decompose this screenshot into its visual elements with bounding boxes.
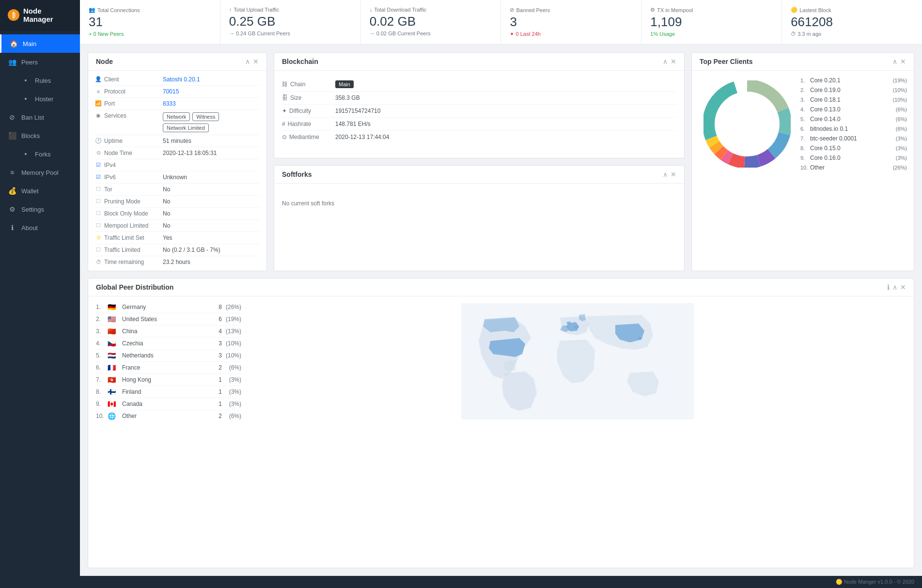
geo-item: 3. 🇨🇳 China 4 (13%) [96, 325, 241, 338]
tor-icon: ☐ [95, 186, 102, 193]
stat-sub: + 0 New Peers [89, 31, 211, 37]
geo-flag: 🇫🇷 [108, 364, 118, 371]
peers-content: 1. Core 0.20.1 (19%) 2. Core 0.19.0 (10%… [692, 71, 914, 177]
geo-item: 10. 🌐 Other 2 (6%) [96, 410, 241, 422]
close-icon[interactable]: ✕ [900, 58, 906, 65]
peer-num: 3. [800, 97, 810, 103]
blockchain-panel-header: Blockchain ∧ ✕ [274, 53, 684, 71]
stat-label: 🟡 Lastest Block [791, 7, 913, 13]
forks-icon: • [21, 150, 30, 158]
sidebar-item-label: Rules [35, 77, 51, 84]
client-icon: 👤 [95, 76, 102, 83]
bc-val-chain: Main [335, 80, 354, 88]
top-peers-panel: Top Peer Clients ∧ ✕ [691, 52, 914, 271]
sidebar-item-wallet[interactable]: 💰 Wallet [0, 182, 80, 200]
stat-banned-peers: ⊘ Banned Peers 3 ✦ 0 Last 24h [501, 0, 641, 44]
peer-pct: (3%) [896, 155, 907, 161]
sidebar-item-about[interactable]: ℹ About [0, 218, 80, 237]
mediantime-icon: ⊙ [282, 134, 287, 140]
geo-name: Other [122, 413, 207, 419]
geo-name: Germany [122, 304, 207, 310]
blocks-icon: ⬛ [8, 131, 16, 140]
hoster-icon: • [21, 94, 30, 103]
chain-icon: ⛓ [282, 81, 288, 88]
peer-name: bitnodes.io 0.1 [810, 125, 896, 132]
geo-flag: 🇨🇿 [108, 340, 118, 347]
geo-flag: 🇫🇮 [108, 388, 118, 396]
geo-item: 2. 🇺🇸 United States 6 (19%) [96, 313, 241, 325]
geo-content: 1. 🇩🇪 Germany 8 (26%) 2. 🇺🇸 United State… [88, 296, 914, 427]
peer-item: 5. Core 0.14.0 (6%) [800, 114, 907, 124]
node-row-tor: ☐ Tor No [95, 184, 260, 196]
softforks-panel-header: Softforks ∧ ✕ [274, 166, 684, 184]
nodetime-icon: ⊙ [95, 150, 102, 156]
protocol-icon: ≡ [95, 88, 102, 95]
node-row-traffic-limit-set: ⊙ Traffic Limit Set Yes [95, 232, 260, 244]
peer-pct: (6%) [896, 116, 907, 122]
blockchain-panel-body: ⛓ Chain Main 🗄 Size [274, 71, 684, 150]
close-icon[interactable]: ✕ [900, 283, 906, 291]
geo-item: 4. 🇨🇿 Czechia 3 (10%) [96, 338, 241, 350]
ban-icon: ⊘ [510, 7, 514, 13]
sidebar-item-hoster[interactable]: • Hoster [0, 90, 80, 108]
peer-name: Core 0.14.0 [810, 116, 896, 123]
collapse-icon[interactable]: ∧ [892, 283, 897, 291]
stat-total-download: ↓ Total Download Traffic 0.02 GB → 0.02 … [361, 0, 501, 44]
pruning-icon: ☐ [95, 198, 102, 205]
ban-icon: ⊘ [8, 113, 16, 122]
app-logo: ₿ Node Manager [0, 0, 80, 31]
geo-name: China [122, 328, 207, 335]
node-val-block-only: No [163, 210, 260, 217]
geo-num: 8. [96, 388, 108, 395]
collapse-icon[interactable]: ∧ [663, 170, 668, 178]
peer-name: Other [810, 164, 893, 171]
blockchain-panel-title: Blockchain [282, 58, 318, 65]
collapse-icon[interactable]: ∧ [892, 58, 897, 65]
donut-chart [699, 76, 796, 172]
world-map [249, 301, 906, 422]
ipv6-icon: ☑ [95, 174, 102, 181]
close-icon[interactable]: ✕ [671, 170, 676, 178]
info-icon[interactable]: ℹ [887, 283, 890, 291]
geo-name: United States [122, 316, 207, 323]
sidebar-item-label: Blocks [21, 132, 40, 139]
sidebar-item-peers[interactable]: 👥 Peers [0, 53, 80, 71]
sidebar-item-forks[interactable]: • Forks [0, 145, 80, 163]
conn-icon: 👥 [89, 7, 95, 13]
mempool-icon: ⚙ [650, 7, 655, 13]
collapse-icon[interactable]: ∧ [663, 58, 668, 65]
geo-pct: (3%) [222, 401, 241, 407]
peer-pct: (10%) [893, 97, 907, 103]
collapse-icon[interactable]: ∧ [245, 58, 250, 65]
geo-count: 2 [207, 364, 222, 371]
close-icon[interactable]: ✕ [671, 58, 676, 65]
top-peers-title: Top Peer Clients [700, 58, 752, 65]
peer-item: 6. bitnodes.io 0.1 (6%) [800, 124, 907, 134]
sidebar-item-settings[interactable]: ⚙ Settings [0, 200, 80, 218]
sidebar-item-main[interactable]: 🏠 Main [0, 34, 80, 53]
geo-pct: (6%) [222, 364, 241, 371]
geo-count: 6 [207, 316, 222, 323]
port-icon: 📶 [95, 100, 102, 107]
geo-name: Canada [122, 401, 207, 407]
stat-tx-mempool: ⚙ TX in Mempool 1,109 1% Usage [641, 0, 782, 44]
sidebar-item-rules[interactable]: • Rules [0, 71, 80, 90]
stat-value: 3 [510, 15, 632, 29]
sidebar-item-ban-list[interactable]: ⊘ Ban List [0, 108, 80, 126]
bc-val-size: 358.3 GB [335, 94, 360, 101]
peer-name: Core 0.15.0 [810, 145, 896, 152]
stat-sub: → 0.24 GB Current Peers [229, 31, 352, 36]
chain-badge: Main [335, 80, 354, 88]
node-panel-header: Node ∧ ✕ [88, 53, 266, 71]
sidebar-item-label: Peers [21, 59, 38, 66]
sidebar-item-label: Ban List [21, 114, 44, 121]
badge-network: Network [163, 112, 190, 121]
sidebar-item-memory-pool[interactable]: ≡ Memory Pool [0, 163, 80, 182]
sidebar-item-blocks[interactable]: ⬛ Blocks [0, 126, 80, 145]
close-icon[interactable]: ✕ [253, 58, 259, 65]
geo-flag: 🇳🇱 [108, 352, 118, 359]
sidebar-item-label: About [21, 224, 38, 232]
sidebar-item-label: Hoster [35, 95, 53, 103]
node-val-ipv6: Unknown [163, 174, 260, 181]
node-row-client: 👤 Client Satoshi 0.20.1 [95, 74, 260, 86]
